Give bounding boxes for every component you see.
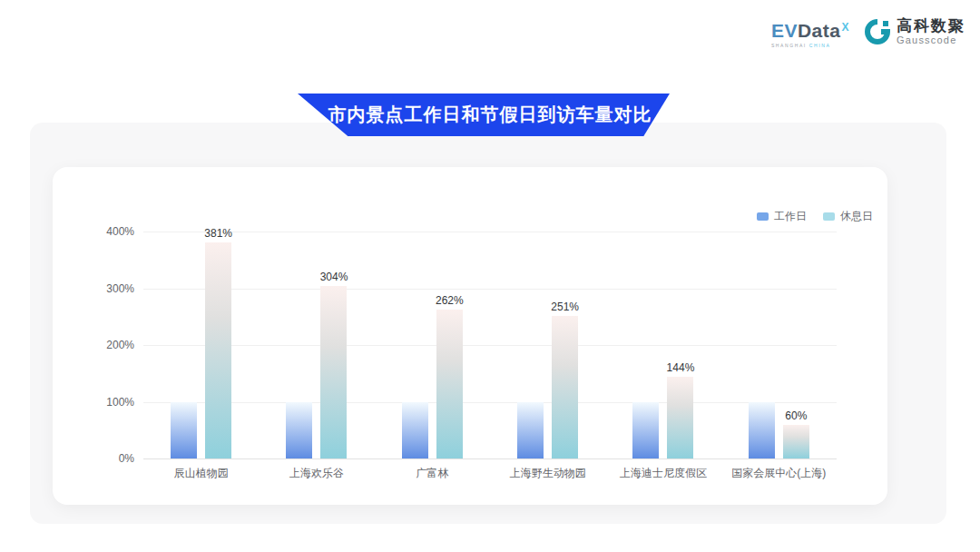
- bar-group: 262%: [375, 232, 490, 458]
- evdata-data-text: Data: [798, 20, 841, 41]
- chart-title: 市内景点工作日和节假日到访车量对比: [316, 103, 652, 127]
- gausscode-g-icon: [864, 18, 891, 45]
- bar-restday: [667, 377, 693, 458]
- bar-restday-wrap: 60%: [783, 425, 809, 459]
- evdata-tagline-shanghai: SHANGHAI: [771, 43, 807, 48]
- background-panel: 工作日休息日 0%100%200%300%400%381%304%262%251…: [30, 123, 946, 524]
- bar-workday: [517, 402, 544, 459]
- gausscode-logo: 高科数聚 Gausscode: [864, 18, 965, 45]
- plot-area: 0%100%200%300%400%381%304%262%251%144%60…: [143, 232, 837, 458]
- evdata-tagline: SHANGHAI CHINA: [771, 43, 830, 48]
- category-label: 上海欢乐谷: [259, 466, 374, 481]
- bar-restday-wrap: 251%: [552, 316, 578, 458]
- bar-restday-wrap: 304%: [320, 286, 347, 458]
- legend-label: 休息日: [840, 209, 873, 224]
- gausscode-text: 高科数聚 Gausscode: [897, 18, 965, 45]
- page: EVDataX SHANGHAI CHINA 高科数聚 Gausscode 市内…: [0, 0, 980, 552]
- category-label: 国家会展中心(上海): [721, 466, 837, 481]
- evdata-ev-text: EV: [771, 20, 798, 41]
- evdata-logo: EVDataX SHANGHAI CHINA: [771, 18, 849, 48]
- category-label: 广富林: [375, 466, 490, 481]
- evdata-x-mark: X: [841, 21, 849, 34]
- gausscode-cn-text: 高科数聚: [897, 18, 965, 34]
- bar-workday: [749, 402, 775, 459]
- bar-value-label: 381%: [204, 227, 232, 240]
- bar-workday: [632, 402, 659, 459]
- category-label: 上海迪士尼度假区: [605, 466, 720, 481]
- bar-workday: [402, 402, 428, 459]
- bar-value-label: 304%: [320, 271, 348, 283]
- legend-label: 工作日: [774, 209, 807, 224]
- y-axis-tick: 300%: [56, 282, 134, 295]
- title-banner: 市内景点工作日和节假日到访车量对比: [298, 94, 670, 136]
- legend-item-休息日[interactable]: 休息日: [823, 209, 873, 224]
- bar-restday: [320, 286, 347, 458]
- bar-restday-wrap: 381%: [205, 242, 231, 458]
- bar-restday-wrap: 144%: [667, 377, 693, 458]
- grid-line: [143, 458, 837, 459]
- bar-value-label: 144%: [667, 361, 695, 374]
- bar-restday: [552, 316, 578, 458]
- y-axis-tick: 400%: [56, 225, 134, 238]
- bar-value-label: 251%: [551, 301, 579, 313]
- bar-group: 60%: [721, 232, 837, 458]
- bar-group: 144%: [605, 232, 720, 458]
- gausscode-en-text: Gausscode: [897, 34, 965, 45]
- evdata-wordmark: EVDataX: [771, 21, 849, 41]
- bar-group: 304%: [259, 232, 374, 458]
- legend-swatch: [757, 212, 769, 221]
- chart-legend: 工作日休息日: [757, 209, 873, 224]
- bar-group: 251%: [490, 232, 605, 458]
- chart-card: 工作日休息日 0%100%200%300%400%381%304%262%251…: [53, 167, 887, 505]
- bar-workday: [286, 402, 312, 459]
- bar-group: 381%: [143, 232, 259, 458]
- y-axis-tick: 200%: [56, 339, 134, 351]
- y-axis-tick: 0%: [56, 452, 134, 465]
- y-axis-tick: 100%: [56, 396, 134, 409]
- bar-restday: [205, 242, 231, 458]
- bar-value-label: 262%: [436, 294, 464, 307]
- bar-restday-wrap: 262%: [436, 310, 463, 458]
- bar-workday: [171, 402, 197, 459]
- bar-restday: [783, 425, 809, 459]
- evdata-tagline-china: CHINA: [809, 43, 831, 48]
- header-logos: EVDataX SHANGHAI CHINA 高科数聚 Gausscode: [771, 18, 965, 48]
- category-label: 辰山植物园: [143, 466, 259, 481]
- legend-swatch: [823, 212, 835, 221]
- legend-item-工作日[interactable]: 工作日: [757, 209, 807, 224]
- bar-value-label: 60%: [785, 409, 807, 422]
- category-axis: 辰山植物园上海欢乐谷广富林上海野生动物园上海迪士尼度假区国家会展中心(上海): [143, 466, 837, 481]
- bar-restday: [436, 310, 463, 458]
- category-label: 上海野生动物园: [490, 466, 605, 481]
